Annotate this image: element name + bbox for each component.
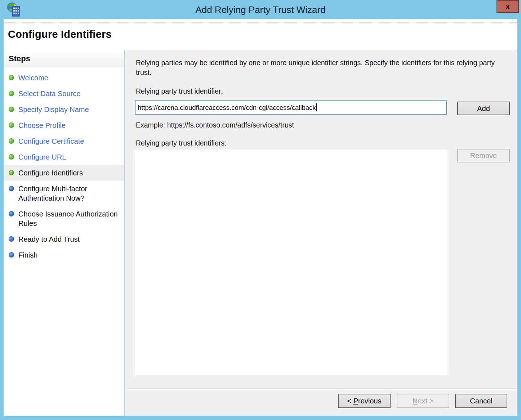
step-status-icon (9, 236, 14, 242)
step-configure-certificate: Configure Certificate (4, 133, 124, 149)
step-finish: Finish (4, 247, 124, 263)
step-status-icon (9, 170, 14, 175)
step-label: Finish (18, 250, 37, 260)
wizard-body: Steps Welcome Select Data Source Specify… (4, 50, 517, 416)
step-status-icon (9, 122, 14, 128)
window-titlebar[interactable]: Add Relying Party Trust Wizard x (0, 0, 521, 19)
step-configure-url: Configure URL (4, 149, 124, 165)
header-texture (4, 22, 517, 23)
identifiers-listbox[interactable] (135, 150, 447, 375)
step-select-data-source: Select Data Source (4, 86, 124, 102)
main-panel: Relying parties may be identified by one… (125, 50, 517, 416)
step-label: Configure URL (18, 152, 66, 162)
identifiers-list-label: Relying party trust identifiers: (136, 139, 226, 147)
step-label: Specify Display Name (18, 105, 89, 114)
remove-button[interactable]: Remove (457, 149, 510, 162)
page-title: Configure Identifiers (8, 28, 112, 40)
step-label: Choose Issuance Authorization Rules (18, 209, 122, 228)
next-button[interactable]: Next > (397, 394, 449, 408)
step-ready-to-add-trust: Ready to Add Trust (4, 231, 124, 247)
steps-header: Steps (4, 50, 124, 67)
step-configure-multi-factor-authentication-now: Configure Multi-factor Authentication No… (4, 181, 124, 206)
steps-title: Steps (4, 50, 124, 63)
step-label: Configure Identifiers (18, 168, 83, 178)
identifier-input-value: https://carena.cloudflareaccess.com/cdn-… (138, 104, 316, 111)
step-status-icon (9, 252, 14, 258)
step-label: Select Data Source (18, 89, 80, 98)
step-label: Choose Profile (18, 121, 66, 130)
steps-list: Welcome Select Data Source Specify Displ… (4, 67, 124, 263)
step-choose-issuance-authorization-rules: Choose Issuance Authorization Rules (4, 206, 124, 231)
cancel-button[interactable]: Cancel (455, 394, 507, 408)
step-status-icon (9, 91, 14, 96)
page-description: Relying parties may be identified by one… (136, 58, 511, 77)
previous-button[interactable]: < Previous (338, 394, 391, 408)
wizard-window: Add Relying Party Trust Wizard x Configu… (0, 0, 521, 420)
step-configure-identifiers: Configure Identifiers (4, 165, 124, 181)
identifier-input[interactable]: https://carena.cloudflareaccess.com/cdn-… (135, 100, 447, 115)
footer-separator (126, 388, 517, 390)
step-label: Ready to Add Trust (18, 234, 80, 244)
identifier-label: Relying party trust identifier: (136, 87, 223, 95)
step-status-icon (9, 138, 14, 144)
step-status-icon (9, 154, 14, 160)
close-button[interactable]: x (496, 0, 519, 13)
text-caret (316, 103, 317, 111)
step-status-icon (9, 107, 14, 112)
add-button[interactable]: Add (457, 102, 510, 115)
step-choose-profile: Choose Profile (4, 117, 124, 133)
step-status-icon (9, 186, 14, 191)
wizard-header: Configure Identifiers (4, 19, 517, 50)
step-label: Configure Certificate (18, 137, 84, 146)
step-label: Welcome (18, 73, 48, 82)
step-label: Configure Multi-factor Authentication No… (18, 184, 122, 203)
example-text: Example: https://fs.contoso.com/adfs/ser… (136, 121, 294, 129)
step-status-icon (9, 211, 14, 216)
steps-sidebar: Steps Welcome Select Data Source Specify… (4, 50, 125, 416)
step-specify-display-name: Specify Display Name (4, 102, 124, 117)
step-status-icon (9, 75, 14, 80)
window-title: Add Relying Party Trust Wizard (0, 4, 521, 15)
step-welcome: Welcome (4, 70, 124, 86)
